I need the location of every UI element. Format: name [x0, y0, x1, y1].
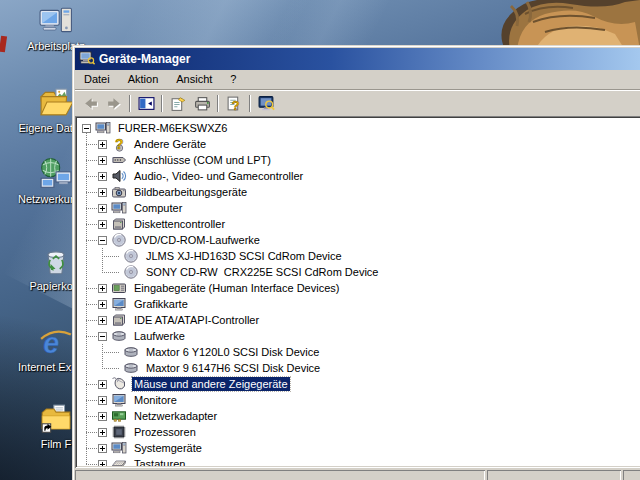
tree-connector — [86, 464, 98, 465]
expand-toggle[interactable] — [98, 460, 107, 467]
toolbar-separator — [129, 95, 131, 112]
expand-toggle[interactable] — [98, 380, 107, 389]
expand-toggle[interactable] — [98, 428, 107, 437]
wallpaper-character-hair — [475, 0, 640, 50]
properties-button[interactable] — [166, 92, 190, 114]
menu-ansicht[interactable]: Ansicht — [167, 71, 221, 88]
tree-item-2: Anschlüsse (COM und LPT) — [86, 152, 640, 168]
tree-rail — [102, 248, 103, 272]
back-button[interactable] — [78, 92, 102, 114]
tree-item-label[interactable]: Mäuse und andere Zeigegeräte — [132, 377, 290, 391]
tree-item-label[interactable]: Bildbearbeitungsgeräte — [132, 185, 249, 199]
expand-toggle[interactable] — [98, 444, 107, 453]
computer-icon — [111, 200, 127, 216]
tree-connector — [86, 224, 98, 225]
tree-item-label[interactable]: Computer — [132, 201, 184, 215]
expand-toggle[interactable] — [98, 236, 107, 245]
expand-toggle[interactable] — [98, 300, 107, 309]
tree-item-label[interactable]: Grafikkarte — [132, 297, 190, 311]
tree-connector — [102, 256, 119, 257]
forward-button[interactable] — [102, 92, 126, 114]
tree-connector — [86, 240, 98, 241]
network-icon — [39, 157, 73, 191]
computer-icon — [95, 120, 111, 136]
tree-item-label[interactable]: SONY CD-RW CRX225E SCSI CdRom Device — [144, 265, 381, 279]
tree-connector — [86, 416, 98, 417]
tree-connector — [86, 144, 98, 145]
status-bar — [75, 468, 640, 480]
titlebar[interactable]: Geräte-Manager — [75, 48, 640, 70]
tree-item-label[interactable]: DVD/CD-ROM-Laufwerke — [132, 233, 262, 247]
internet-explorer-icon: e — [39, 325, 73, 359]
mouse-icon — [111, 376, 127, 392]
hid-icon — [111, 280, 127, 296]
expand-toggle[interactable] — [98, 332, 107, 341]
tree-connector — [86, 288, 98, 289]
tree-item-label[interactable]: Maxtor 6 Y120L0 SCSI Disk Device — [144, 345, 321, 359]
menu-?[interactable]: ? — [221, 71, 245, 88]
tree-connector — [86, 176, 98, 177]
tree-item-6: Diskettencontroller — [86, 216, 640, 232]
tree-connector — [86, 160, 98, 161]
tree-item-label[interactable]: Netzwerkadapter — [132, 409, 219, 423]
tree-item-19: Prozessoren — [86, 424, 640, 440]
tree-connector — [86, 432, 98, 433]
expand-toggle[interactable] — [82, 124, 91, 133]
tree-item-label[interactable]: Laufwerke — [132, 329, 187, 343]
tree-item-label[interactable]: Diskettencontroller — [132, 217, 227, 231]
tree-connector — [86, 208, 98, 209]
computer-icon — [111, 440, 127, 456]
help-button[interactable]: ? — [222, 92, 246, 114]
device-manager-icon — [79, 50, 95, 69]
expand-toggle[interactable] — [98, 396, 107, 405]
expand-toggle[interactable] — [98, 204, 107, 213]
menu-datei[interactable]: Datei — [75, 71, 119, 88]
expand-toggle[interactable] — [98, 316, 107, 325]
tree-item-20: Systemgeräte — [86, 440, 640, 456]
expand-toggle[interactable] — [98, 412, 107, 421]
folder-shortcut-icon — [39, 402, 73, 436]
expand-toggle[interactable] — [98, 220, 107, 229]
show-console-tree-button[interactable] — [134, 92, 158, 114]
tree-connector — [86, 336, 98, 337]
ports-icon — [111, 152, 127, 168]
expand-toggle[interactable] — [98, 188, 107, 197]
tree-item-label[interactable]: Audio-, Video- und Gamecontroller — [132, 169, 305, 183]
scan-hardware-changes-button[interactable] — [254, 92, 278, 114]
cdrom-icon — [123, 248, 139, 264]
toolbar: ? — [75, 90, 640, 116]
tree-item-label[interactable]: Eingabegeräte (Human Interface Devices) — [132, 281, 341, 295]
my-computer-icon — [39, 4, 73, 38]
tree-item-9: SONY CD-RW CRX225E SCSI CdRom Device — [102, 264, 640, 280]
tree-item-label[interactable]: Anschlüsse (COM und LPT) — [132, 153, 273, 167]
tree-item-8: JLMS XJ-HD163D SCSI CdRom Device — [102, 248, 640, 264]
cdrom-icon — [111, 232, 127, 248]
menu-bar: DateiAktionAnsicht? — [75, 70, 640, 90]
menu-aktion[interactable]: Aktion — [119, 71, 168, 88]
tree-item-label[interactable]: Prozessoren — [132, 425, 198, 439]
expand-toggle[interactable] — [98, 172, 107, 181]
tree-item-label[interactable]: Maxtor 9 6147H6 SCSI Disk Device — [144, 361, 322, 375]
tree-connector — [102, 352, 119, 353]
tree-item-15: Maxtor 9 6147H6 SCSI Disk Device — [102, 360, 640, 376]
tree-item-7: DVD/CD-ROM-Laufwerke — [86, 232, 640, 248]
tree-item-label[interactable]: Tastaturen — [132, 457, 187, 466]
tree-item-label[interactable]: Systemgeräte — [132, 441, 204, 455]
tree-item-18: Netzwerkadapter — [86, 408, 640, 424]
tree-item-21: Tastaturen — [86, 456, 640, 466]
tree-item-11: Grafikkarte — [86, 296, 640, 312]
print-button[interactable] — [190, 92, 214, 114]
expand-toggle[interactable] — [98, 156, 107, 165]
tree-item-label[interactable]: Monitore — [132, 393, 179, 407]
tree-item-4: Bildbearbeitungsgeräte — [86, 184, 640, 200]
expand-toggle[interactable] — [98, 140, 107, 149]
tree-item-label[interactable]: JLMS XJ-HD163D SCSI CdRom Device — [144, 249, 344, 263]
tree-item-label[interactable]: IDE ATA/ATAPI-Controller — [132, 313, 261, 327]
expand-toggle[interactable] — [98, 284, 107, 293]
tree-item-label[interactable]: Andere Geräte — [132, 137, 208, 151]
nic-icon — [111, 408, 127, 424]
tree-item-label[interactable]: FURER-M6EKSWXZ6 — [116, 121, 229, 135]
device-manager-window: Geräte-Manager DateiAktionAnsicht? ? FUR… — [72, 45, 640, 480]
tree-item-5: Computer — [86, 200, 640, 216]
toolbar-separator — [249, 95, 251, 112]
